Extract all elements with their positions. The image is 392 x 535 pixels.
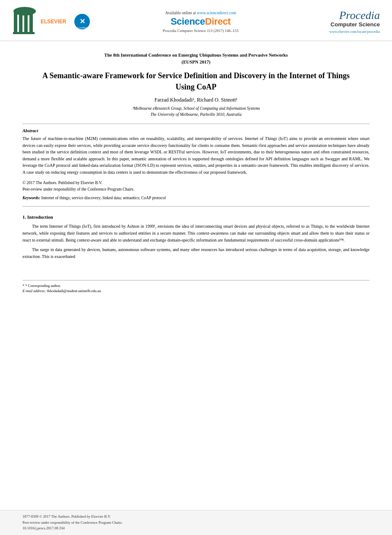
- footnote-email: E-mail address: fkhodadadi@student.unime…: [22, 288, 370, 294]
- elsevier-label: ELSEVIER: [41, 19, 66, 25]
- divider-1: [22, 124, 370, 124]
- svg-point-5: [13, 7, 36, 16]
- crossmark-icon: ✕ CrossMark: [74, 13, 90, 30]
- abstract-title: Abstract: [22, 128, 370, 133]
- journal-info: Procedia Computer Science 113 (2017) 146…: [163, 29, 238, 33]
- divider-2: [22, 206, 370, 207]
- paper-title: A Semantic-aware Framework for Service D…: [40, 70, 352, 92]
- elsevier-logo: ELSEVIER ✕ CrossMark: [12, 6, 90, 37]
- svg-text:CrossMark: CrossMark: [77, 26, 88, 29]
- keywords-label: Keywords:: [22, 196, 40, 200]
- header-left: ELSEVIER ✕ CrossMark: [12, 6, 90, 37]
- bottom-peer-review: Peer-review under responsibility of the …: [22, 520, 123, 525]
- bottom-issn: 1877-0509 © 2017 The Authors. Published …: [22, 514, 111, 519]
- svg-text:✕: ✕: [80, 18, 85, 25]
- footnote-email-label: E-mail address:: [22, 289, 46, 293]
- abstract-text: The future of machine-to-machine (M2M) c…: [22, 135, 370, 175]
- copyright-text: © 2017 The Authors. Published by Elsevie…: [22, 180, 370, 193]
- section1-header: 1. Introduction: [22, 214, 370, 220]
- procedia-logo: Procedia Computer Science: [331, 10, 380, 28]
- main-content: The 8th International Conference on Emer…: [0, 41, 392, 271]
- available-online-text: Available online at www.sciencedirect.co…: [165, 11, 236, 15]
- affiliation: ᵃMelbourne eResearch Group, School of Co…: [22, 105, 370, 118]
- keywords-text: Internet of things; service discovery; l…: [41, 196, 166, 200]
- page: ELSEVIER ✕ CrossMark Available online at…: [0, 0, 392, 535]
- footnote-star: *: [22, 283, 24, 288]
- footnote-corresponding: * * Corresponding author.: [22, 283, 370, 289]
- section1-paragraph1: The term Internet of Things (IoT), first…: [22, 223, 370, 244]
- abstract-section: Abstract The future of machine-to-machin…: [22, 128, 370, 175]
- footnote: * * Corresponding author. E-mail address…: [0, 283, 392, 294]
- header: ELSEVIER ✕ CrossMark Available online at…: [0, 0, 392, 41]
- procedia-subtitle: Computer Science: [331, 21, 380, 28]
- sd-label: Science: [171, 16, 205, 27]
- footnote-divider: [22, 280, 370, 280]
- sd-label2: Direct: [205, 16, 230, 27]
- elsevier-icon: [12, 6, 37, 37]
- bottom-doi: 10.1016/j.procs.2017.08.334: [22, 526, 65, 530]
- header-center: Available online at www.sciencedirect.co…: [90, 11, 311, 33]
- svg-rect-6: [13, 32, 35, 34]
- authors: Farzad Khodadadi¹, Richard O. Sinnott¹: [22, 97, 370, 103]
- bottom-bar: 1877-0509 © 2017 The Authors. Published …: [0, 510, 392, 535]
- footnote-email-link[interactable]: fkhodadadi@student.unimelb.edu.au: [47, 289, 101, 293]
- procedia-title: Procedia: [331, 10, 380, 21]
- section1-paragraph2: The surge in data generated by devices, …: [22, 246, 370, 260]
- elsevier-url: www.elsevier.com/locate/procedia: [329, 29, 380, 34]
- sciencedirect-title: ScienceDirect: [171, 16, 231, 27]
- conference-title: The 8th International Conference on Emer…: [22, 51, 370, 65]
- header-right: Procedia Computer Science www.elsevier.c…: [311, 10, 380, 34]
- sciencedirect-url[interactable]: www.sciencedirect.com: [197, 11, 236, 15]
- keywords-line: Keywords: Internet of things; service di…: [22, 196, 370, 200]
